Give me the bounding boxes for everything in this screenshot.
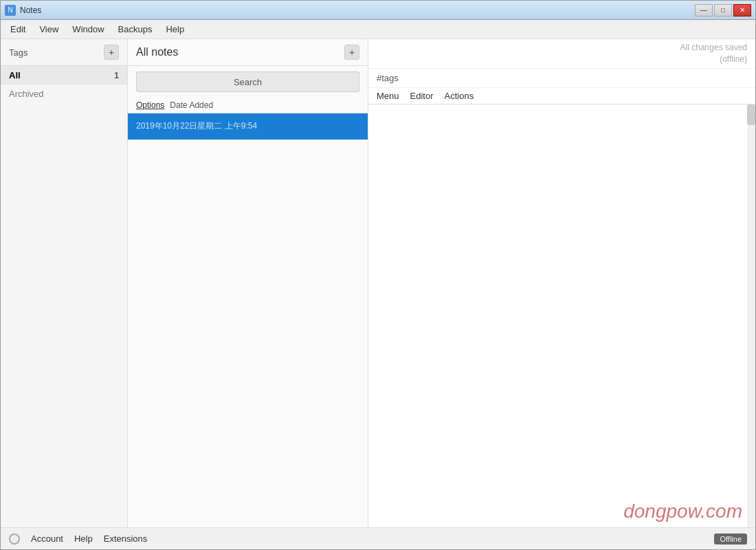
sidebar-item-archived[interactable]: Archived xyxy=(1,85,127,103)
sidebar-title: Tags xyxy=(9,47,27,58)
close-button[interactable]: ✕ xyxy=(733,4,751,16)
scrollbar-thumb xyxy=(747,104,755,125)
status-text: All changes saved(offline) xyxy=(680,43,747,64)
editor-body[interactable] xyxy=(368,104,755,527)
sort-options[interactable]: Options xyxy=(136,100,164,110)
sidebar-header: Tags + xyxy=(1,39,127,66)
add-note-button[interactable]: + xyxy=(344,45,359,60)
sidebar-archived-label: Archived xyxy=(9,89,44,99)
tags-placeholder: #tags xyxy=(377,73,399,83)
account-link[interactable]: Account xyxy=(31,534,63,544)
window-controls: — □ ✕ xyxy=(695,4,751,16)
note-item[interactable]: 2019年10月22日星期二 上午9:54 xyxy=(128,113,368,140)
search-input[interactable]: Search xyxy=(136,72,359,92)
sidebar: Tags + All 1 Archived xyxy=(1,39,128,527)
bottom-bar-left: Account Help Extensions xyxy=(9,534,147,544)
sidebar-item-all[interactable]: All 1 xyxy=(1,66,127,85)
offline-badge: Offline xyxy=(714,534,747,544)
editor-status: All changes saved(offline) xyxy=(368,39,755,69)
menu-window[interactable]: Window xyxy=(65,21,111,37)
title-bar: N Notes — □ ✕ xyxy=(1,1,755,20)
toolbar-actions[interactable]: Actions xyxy=(445,91,474,101)
sort-field: Date Added xyxy=(170,100,213,110)
sidebar-all-label: All xyxy=(9,70,21,80)
toolbar-editor[interactable]: Editor xyxy=(410,91,434,101)
editor-tags[interactable]: #tags xyxy=(368,69,755,88)
search-bar: Search xyxy=(136,72,359,92)
menu-bar: Edit View Window Backups Help xyxy=(1,20,755,39)
window-title: Notes xyxy=(20,6,41,15)
menu-view[interactable]: View xyxy=(32,21,65,37)
menu-edit[interactable]: Edit xyxy=(3,21,32,37)
title-bar-left: N Notes xyxy=(5,5,41,16)
help-link[interactable]: Help xyxy=(74,534,93,544)
main-content: Tags + All 1 Archived All notes + Search… xyxy=(1,39,755,527)
toolbar-menu[interactable]: Menu xyxy=(377,91,399,101)
app-icon: N xyxy=(5,5,16,16)
add-tag-button[interactable]: + xyxy=(104,45,119,60)
menu-backups[interactable]: Backups xyxy=(111,21,159,37)
sidebar-all-count: 1 xyxy=(114,71,119,80)
notes-panel-title: All notes xyxy=(136,46,178,58)
maximize-button[interactable]: □ xyxy=(714,4,732,16)
account-circle-icon xyxy=(9,534,20,544)
note-date: 2019年10月22日星期二 上午9:54 xyxy=(136,121,257,131)
editor-panel: All changes saved(offline) #tags Menu Ed… xyxy=(368,39,755,527)
menu-help[interactable]: Help xyxy=(159,21,191,37)
notes-panel: All notes + Search Options Date Added 20… xyxy=(128,39,368,527)
app-window: N Notes — □ ✕ Edit View Window Backups H… xyxy=(0,0,756,550)
minimize-button[interactable]: — xyxy=(695,4,713,16)
notes-header: All notes + xyxy=(128,39,368,66)
bottom-bar: Account Help Extensions Offline xyxy=(1,527,755,549)
editor-toolbar: Menu Editor Actions xyxy=(368,88,755,104)
editor-scrollbar[interactable] xyxy=(747,104,755,527)
extensions-link[interactable]: Extensions xyxy=(104,534,148,544)
sort-bar: Options Date Added xyxy=(128,98,368,113)
